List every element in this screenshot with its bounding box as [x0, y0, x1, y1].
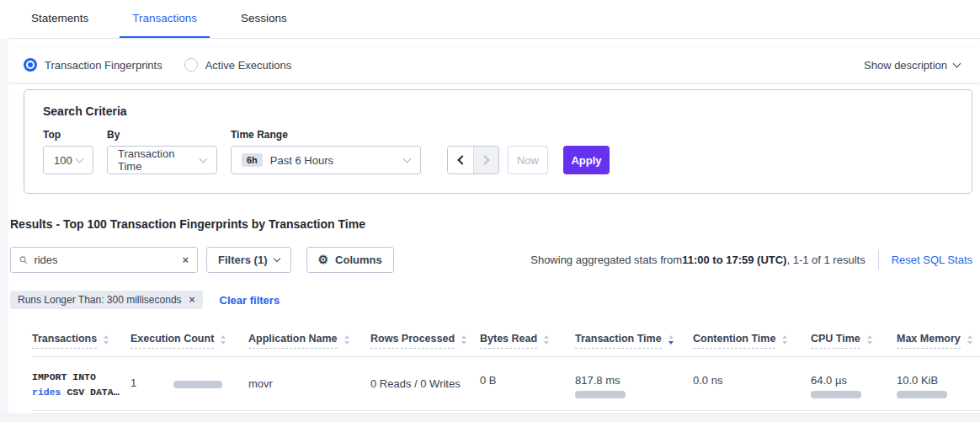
time-range-badge: 6h — [242, 153, 263, 167]
application-name-cell: movr — [248, 370, 370, 390]
execution-count-cell: 1 — [130, 370, 248, 389]
radio-unselected-icon[interactable] — [184, 58, 198, 72]
chevron-left-icon — [457, 155, 466, 164]
transaction-time-bar — [575, 391, 626, 398]
transaction-time-cell: 817.8 ms — [575, 370, 693, 398]
column-header-application-name[interactable]: Application Name — [248, 333, 370, 349]
table-row: IMPORT INTO rides CSV DATA… 1 movr 0 Rea… — [32, 357, 980, 411]
tab-statements[interactable]: Statements — [19, 0, 101, 38]
max-memory-bar — [897, 391, 947, 398]
by-label: By — [107, 129, 217, 141]
filter-chip-label: Runs Longer Than: 300 milliseconds — [18, 294, 182, 306]
sort-icon[interactable] — [967, 335, 972, 345]
chevron-right-icon — [480, 155, 489, 164]
next-time-range-button[interactable] — [473, 147, 498, 174]
apply-button[interactable]: Apply — [563, 146, 610, 174]
column-header-label: Contention Time — [693, 333, 775, 349]
execution-count-value: 1 — [130, 377, 136, 389]
by-select-value: Transaction Time — [118, 147, 200, 173]
sort-icon[interactable] — [221, 335, 226, 345]
clear-search-icon[interactable]: × — [182, 254, 189, 265]
contention-time-cell: 0.0 ns — [693, 370, 811, 387]
column-header-label: Rows Processed — [370, 333, 455, 349]
columns-button-label: Columns — [335, 254, 382, 266]
show-description-toggle[interactable]: Show description — [864, 59, 960, 72]
column-header-contention-time[interactable]: Contention Time — [693, 333, 811, 349]
column-header-execution-count[interactable]: Execution Count — [130, 333, 248, 349]
search-criteria-title: Search Criteria — [43, 104, 953, 118]
radio-transaction-fingerprints[interactable]: Transaction Fingerprints — [24, 58, 162, 72]
column-header-label: CPU Time — [811, 333, 860, 349]
column-header-rows-processed[interactable]: Rows Processed — [370, 333, 480, 349]
radio-transaction-fingerprints-label: Transaction Fingerprints — [45, 59, 162, 72]
sort-icon[interactable] — [782, 335, 787, 345]
sort-icon[interactable] — [544, 335, 549, 345]
top-select-value: 100 — [54, 154, 72, 167]
bytes-read-cell: 0 B — [480, 370, 575, 387]
sort-icon[interactable] — [867, 335, 872, 345]
page-bottom-strip — [0, 413, 980, 422]
time-range-value: Past 6 Hours — [270, 154, 333, 167]
filters-button-label: Filters (1) — [218, 254, 268, 266]
radio-active-executions-label: Active Executions — [205, 59, 292, 72]
tab-sessions[interactable]: Sessions — [228, 0, 300, 38]
chevron-down-icon — [403, 155, 412, 163]
cpu-time-bar — [811, 391, 861, 398]
transactions-table: Transactions Execution Count Application… — [10, 325, 980, 411]
column-header-label: Max Memory — [897, 333, 961, 349]
execution-count-bar — [173, 381, 222, 388]
toolbar-divider — [878, 249, 879, 270]
sort-icon[interactable] — [461, 335, 466, 345]
reset-sql-stats-link[interactable]: Reset SQL Stats — [892, 254, 972, 266]
column-header-transaction-time[interactable]: Transaction Time — [575, 333, 693, 349]
sort-icon-active-desc[interactable] — [668, 335, 674, 345]
time-range-pager — [447, 146, 499, 174]
filters-button[interactable]: Filters (1) — [206, 247, 291, 273]
transaction-fingerprint-link[interactable]: rides — [32, 387, 61, 398]
sort-icon[interactable] — [344, 335, 349, 345]
search-criteria-panel: Search Criteria Top 100 By Transaction T… — [24, 89, 972, 194]
sql-activity-tabbar: Statements Transactions Sessions — [8, 0, 980, 39]
transaction-time-value: 817.8 ms — [575, 370, 693, 387]
active-filters-row: Runs Longer Than: 300 milliseconds × Cle… — [10, 291, 980, 309]
results-title: Results - Top 100 Transaction Fingerprin… — [10, 217, 980, 231]
results-toolbar: × Filters (1) ⚙ Columns Showing aggregat… — [10, 246, 972, 273]
stats-prefix: Showing aggregated stats from — [530, 254, 682, 266]
stats-suffix: , 1-1 of 1 results — [786, 254, 865, 266]
statement-line-2: rides CSV DATA… — [32, 385, 130, 400]
by-select[interactable]: Transaction Time — [107, 146, 217, 174]
search-input[interactable] — [34, 254, 182, 266]
statement-line-1: IMPORT INTO — [32, 370, 130, 385]
column-header-label: Transaction Time — [575, 333, 662, 349]
remove-filter-icon[interactable]: × — [189, 295, 195, 305]
previous-time-range-button[interactable] — [448, 147, 473, 174]
column-header-max-memory[interactable]: Max Memory — [897, 333, 980, 349]
top-label: Top — [43, 129, 93, 141]
show-description-label: Show description — [864, 59, 947, 72]
column-header-label: Bytes Read — [480, 333, 537, 349]
statement-line-2-rest: CSV DATA… — [61, 387, 120, 398]
chevron-down-icon — [76, 155, 84, 163]
column-header-label: Execution Count — [130, 333, 214, 349]
sort-icon[interactable] — [104, 335, 109, 345]
radio-active-executions[interactable]: Active Executions — [184, 58, 292, 72]
filter-chip: Runs Longer Than: 300 milliseconds × — [10, 291, 203, 309]
clear-filters-link[interactable]: Clear filters — [220, 294, 280, 307]
time-range-label: Time Range — [231, 129, 421, 141]
column-header-transactions[interactable]: Transactions — [32, 333, 130, 349]
page-left-gutter — [0, 39, 8, 422]
stats-time-range: 11:00 to 17:59 (UTC) — [682, 254, 786, 266]
top-select[interactable]: 100 — [43, 146, 93, 174]
now-button[interactable]: Now — [508, 146, 548, 174]
aggregated-stats-text: Showing aggregated stats from 11:00 to 1… — [530, 254, 865, 266]
columns-button[interactable]: ⚙ Columns — [306, 247, 394, 273]
column-header-bytes-read[interactable]: Bytes Read — [480, 333, 575, 349]
search-icon — [19, 254, 27, 265]
table-header-row: Transactions Execution Count Application… — [32, 325, 980, 357]
search-box[interactable]: × — [10, 247, 198, 273]
radio-selected-icon[interactable] — [24, 58, 37, 72]
tab-transactions[interactable]: Transactions — [120, 0, 210, 38]
time-range-select[interactable]: 6h Past 6 Hours — [231, 146, 421, 174]
chevron-down-icon — [200, 155, 208, 163]
column-header-cpu-time[interactable]: CPU Time — [811, 333, 897, 349]
